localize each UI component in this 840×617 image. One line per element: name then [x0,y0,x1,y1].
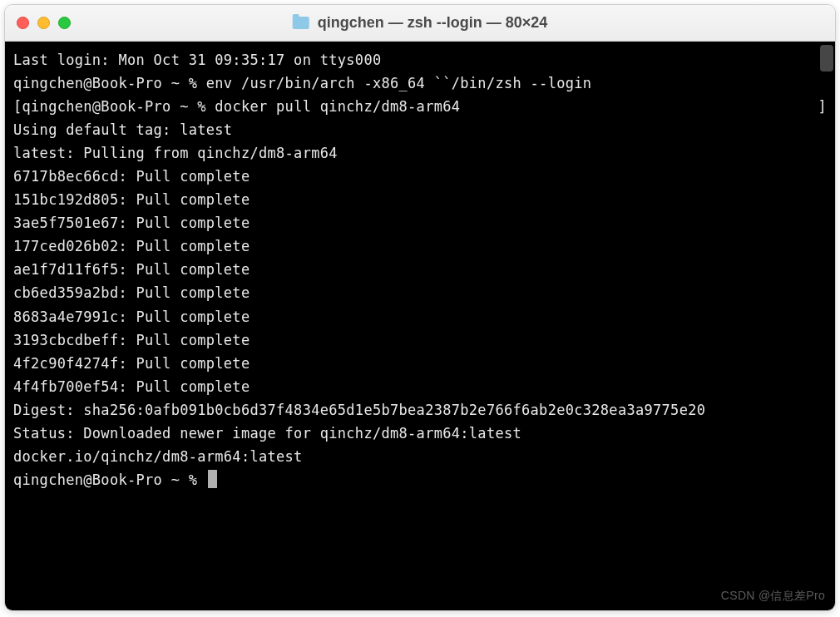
terminal-output-line: ae1f7d11f6f5: Pull complete [13,258,827,281]
terminal-prompt: qingchen@Book-Pro ~ % [13,471,206,488]
close-button[interactable] [17,17,29,29]
terminal-output-line: 8683a4e7991c: Pull complete [13,305,827,328]
terminal-output-line: cb6ed359a2bd: Pull complete [13,281,827,304]
terminal-output-line: 4f2c90f4274f: Pull complete [13,352,827,375]
terminal-prompt-line: qingchen@Book-Pro ~ % [13,468,827,491]
folder-icon [293,17,309,29]
cursor [208,470,217,488]
terminal-output-line: 4f4fb700ef54: Pull complete [13,375,827,398]
window-title: qingchen — zsh --login — 80×24 [318,14,548,32]
watermark: CSDN @信息差Pro [721,586,825,605]
terminal-output-line: 177ced026b02: Pull complete [13,234,827,258]
terminal-output-line: qingchen@Book-Pro ~ % env /usr/bin/arch … [13,72,827,95]
terminal-output-line: Status: Downloaded newer image for qinch… [13,422,827,445]
titlebar[interactable]: qingchen — zsh --login — 80×24 [5,5,835,42]
terminal-output-line: 6717b8ec66cd: Pull complete [13,165,827,188]
terminal-body[interactable]: Last login: Mon Oct 31 09:35:17 on ttys0… [5,42,835,610]
terminal-output-line: docker.io/qinchz/dm8-arm64:latest [13,445,827,468]
terminal-output-line: [qingchen@Book-Pro ~ % docker pull qinch… [13,95,827,118]
terminal-output-line: Last login: Mon Oct 31 09:35:17 on ttys0… [13,48,827,72]
traffic-lights [17,17,71,29]
scrollbar[interactable] [820,45,833,72]
terminal-output-line: 3193cbcdbeff: Pull complete [13,328,827,352]
window-title-container: qingchen — zsh --login — 80×24 [293,14,548,32]
terminal-output-line: Digest: sha256:0afb091b0cb6d37f4834e65d1… [13,398,827,422]
minimize-button[interactable] [37,17,50,29]
terminal-window: qingchen — zsh --login — 80×24 Last logi… [4,4,836,611]
terminal-output-line: latest: Pulling from qinchz/dm8-arm64 [13,141,827,165]
terminal-output-line: 151bc192d805: Pull complete [13,188,827,211]
maximize-button[interactable] [58,17,71,29]
terminal-output-line: 3ae5f7501e67: Pull complete [13,211,827,234]
terminal-output-line: Using default tag: latest [13,118,827,141]
